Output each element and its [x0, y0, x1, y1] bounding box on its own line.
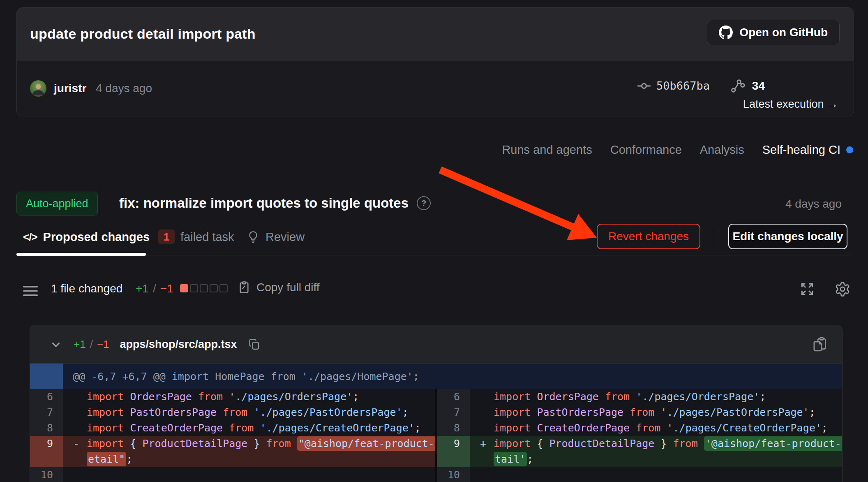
failed-count-badge: 1: [158, 229, 175, 244]
code-icon: </>: [23, 231, 37, 243]
hunk-header: @@ -6,7 +6,7 @@ import HomePage from './…: [30, 364, 842, 389]
line-number: 10: [437, 467, 470, 482]
copy-full-diff-button[interactable]: Copy full diff: [238, 281, 320, 294]
nav-item-runs-and-agents[interactable]: Runs and agents: [502, 143, 592, 157]
open-on-github-label: Open on GitHub: [739, 26, 828, 39]
commit-hash[interactable]: 50b667ba: [637, 78, 710, 94]
deletions-count: −1: [160, 282, 173, 295]
code-line: import CreateOrderPage from './pages/Cre…: [63, 420, 435, 436]
heading-divider: [100, 188, 100, 218]
file-diff-stats: +1/−1: [74, 338, 109, 351]
chevron-down-icon[interactable]: [49, 337, 63, 351]
code-line: +import { ProductDetailPage } from '@ais…: [470, 436, 843, 467]
diff-row-new-9: 9+import { ProductDetailPage } from '@ai…: [437, 436, 842, 467]
additions-count: +1: [136, 282, 149, 295]
line-number: 9: [30, 436, 63, 467]
code-line: import PastOrdersPage from './pages/Past…: [63, 405, 435, 420]
tab-proposed-changes[interactable]: </> Proposed changes: [23, 227, 150, 246]
diff-row-old-10: 10: [30, 467, 435, 482]
edit-changes-locally-button[interactable]: Edit changes locally: [728, 224, 847, 249]
fix-time-ago: 4 days ago: [785, 197, 842, 211]
diff-file-header: +1/−1 apps/shop/src/app.tsx: [30, 325, 842, 364]
change-ratio-squares: [180, 284, 228, 292]
line-number: 7: [30, 405, 63, 420]
line-number: 6: [437, 389, 470, 405]
clipboard-icon: [238, 281, 251, 294]
diff-row-new-8: 8 import CreateOrderPage from './pages/C…: [437, 420, 842, 436]
page-title: update product detail import path: [30, 8, 256, 60]
code-line: [470, 467, 842, 482]
line-number: 8: [30, 420, 63, 436]
button-divider: [714, 227, 714, 246]
line-number: 7: [437, 405, 470, 420]
self-healing-ci-page: update product detail import path Open o…: [0, 0, 868, 482]
code-line: import OrdersPage from './pages/OrdersPa…: [470, 389, 842, 405]
commit-meta-section: juristr 4 days ago 50b667ba 34: [17, 60, 854, 116]
ratio-square: [219, 284, 228, 292]
file-list-menu-icon[interactable]: [23, 283, 38, 299]
line-number: 6: [30, 389, 63, 405]
active-tab-dot: [846, 146, 853, 153]
copy-file-diff-icon[interactable]: [812, 336, 828, 352]
line-number: 8: [437, 420, 470, 436]
diff-toolbar: 1 file changed +1/−1 Copy full diff: [0, 281, 868, 299]
revert-changes-button[interactable]: Revert changes: [597, 224, 700, 249]
ratio-square: [200, 284, 208, 292]
open-on-github-button[interactable]: Open on GitHub: [707, 20, 840, 45]
diff-pane-old: 6 import OrdersPage from './pages/Orders…: [30, 389, 435, 482]
commit-title-section: update product detail import path Open o…: [17, 8, 854, 60]
commit-time-ago: 4 days ago: [96, 80, 152, 97]
diff-row-old-6: 6 import OrdersPage from './pages/Orders…: [30, 389, 435, 405]
auto-applied-badge: Auto-applied: [16, 192, 98, 216]
ratio-square-filled: [180, 284, 188, 292]
diff-row-old-9: 9-import { ProductDetailPage } from "@ai…: [30, 436, 435, 467]
diff-row-new-7: 7 import PastOrdersPage from './pages/Pa…: [437, 405, 842, 420]
hunk-gutter: [30, 364, 63, 389]
hunk-header-text: @@ -6,7 +6,7 @@ import HomePage from './…: [63, 364, 842, 389]
files-changed-label: 1 file changed: [51, 282, 122, 295]
execution-count[interactable]: 34: [730, 78, 765, 94]
nav-item-analysis[interactable]: Analysis: [700, 143, 744, 157]
diff-pane-new: 6 import OrdersPage from './pages/Orders…: [437, 389, 842, 482]
github-icon: [719, 25, 733, 39]
diff-file-card: +1/−1 apps/shop/src/app.tsx: [30, 325, 843, 482]
latest-execution-link[interactable]: Latest execution →: [743, 97, 838, 111]
commit-author[interactable]: juristr: [54, 80, 86, 97]
help-icon[interactable]: ?: [417, 196, 431, 210]
code-line: -import { ProductDetailPage } from "@ais…: [63, 436, 442, 467]
code-line: [63, 467, 435, 482]
active-tab-underline: [16, 253, 146, 256]
diff-row-old-8: 8 import CreateOrderPage from './pages/C…: [30, 420, 435, 436]
commit-summary-card: update product detail import path Open o…: [16, 7, 854, 116]
diff-stats: +1/−1: [136, 282, 173, 295]
fix-title: fix: normalize import quotes to single q…: [119, 192, 431, 215]
workflow-icon: [730, 78, 746, 94]
top-nav-tabs: Runs and agents Conformance Analysis Sel…: [502, 143, 853, 157]
fullscreen-icon[interactable]: [799, 281, 815, 297]
tab-review[interactable]: Review: [247, 227, 305, 246]
diff-row-new-10: 10: [437, 467, 842, 482]
commit-icon: [637, 79, 651, 93]
lightbulb-icon: [247, 230, 260, 243]
file-path: apps/shop/src/app.tsx: [120, 338, 237, 351]
line-number: 9: [437, 436, 470, 467]
diff-body: 6 import OrdersPage from './pages/Orders…: [30, 389, 842, 482]
line-number: 10: [30, 467, 63, 482]
diff-row-old-7: 7 import PastOrdersPage from './pages/Pa…: [30, 405, 435, 420]
diff-row-new-6: 6 import OrdersPage from './pages/Orders…: [437, 389, 842, 405]
copy-path-icon[interactable]: [248, 338, 261, 351]
nav-item-conformance[interactable]: Conformance: [610, 143, 682, 157]
code-line: import CreateOrderPage from './pages/Cre…: [470, 420, 842, 436]
code-line: import PastOrdersPage from './pages/Past…: [470, 405, 842, 420]
avatar: [30, 80, 46, 97]
nav-item-self-healing-ci[interactable]: Self-healing CI: [762, 143, 853, 157]
code-line: import OrdersPage from './pages/OrdersPa…: [63, 389, 435, 405]
gear-icon[interactable]: [834, 281, 851, 297]
ratio-square: [190, 284, 198, 292]
tab-failed-task[interactable]: 1 failed task: [158, 227, 234, 246]
ratio-square: [210, 284, 218, 292]
